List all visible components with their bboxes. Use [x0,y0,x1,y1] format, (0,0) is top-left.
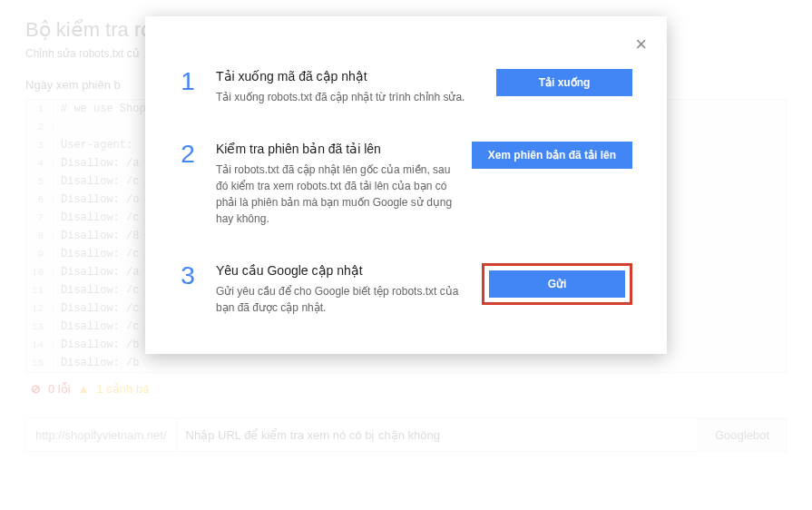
step-desc: Tải xuống robots.txt đã cập nhật từ trìn… [216,89,480,105]
download-button[interactable]: Tải xuống [496,69,632,96]
step-title: Yêu cầu Google cập nhật [216,263,465,278]
step-number: 1 [180,69,196,105]
step-3: 3 Yêu cầu Google cập nhật Gửi yêu cầu để… [180,263,632,316]
step-desc: Tải robots.txt đã cập nhật lên gốc của m… [216,162,455,227]
close-icon[interactable]: × [635,33,647,56]
highlight-box: Gửi [482,263,632,305]
view-uploaded-button[interactable]: Xem phiên bản đã tải lên [472,142,632,169]
step-number: 3 [180,263,196,316]
step-number: 2 [180,142,196,227]
update-robots-modal: × 1 Tải xuống mã đã cập nhật Tải xuống r… [145,16,667,354]
step-title: Tải xuống mã đã cập nhật [216,69,480,83]
step-title: Kiểm tra phiên bản đã tải lên [216,142,455,156]
step-2: 2 Kiểm tra phiên bản đã tải lên Tải robo… [180,142,632,227]
submit-button[interactable]: Gửi [489,270,625,298]
modal-overlay: × 1 Tải xuống mã đã cập nhật Tải xuống r… [0,0,812,510]
step-desc: Gửi yêu cầu để cho Google biết tệp robot… [216,283,465,316]
step-1: 1 Tải xuống mã đã cập nhật Tải xuống rob… [180,69,632,105]
